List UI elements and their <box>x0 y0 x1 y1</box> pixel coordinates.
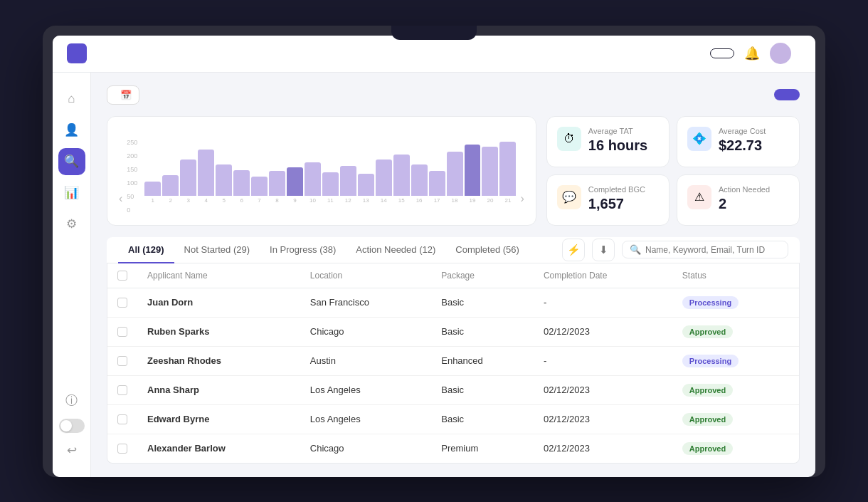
bar-group: 10 <box>305 162 321 204</box>
bar <box>180 160 196 195</box>
calendar-icon: 📅 <box>120 90 132 100</box>
tabs-row: All (129) Not Started (29) In Progress (… <box>107 237 800 263</box>
bar <box>411 164 428 195</box>
bar <box>482 147 498 195</box>
action-needed-label: Action Needed <box>719 185 770 194</box>
applicant-location: Los Angeles <box>300 375 431 404</box>
bar-label: 1 <box>152 197 154 204</box>
bar <box>447 152 463 195</box>
sidebar-item-home[interactable]: ⌂ <box>58 85 85 113</box>
bar-label: 7 <box>258 197 260 204</box>
sidebar-item-search[interactable]: 🔍 <box>58 148 85 175</box>
tab-not-started[interactable]: Not Started (29) <box>174 237 260 263</box>
avatar <box>770 43 791 64</box>
bar-label: 15 <box>398 197 405 204</box>
bar-group: 19 <box>465 145 481 204</box>
sidebar-item-settings[interactable]: ⚙ <box>58 211 85 238</box>
add-candidate-button[interactable] <box>774 89 800 100</box>
tab-in-progress[interactable]: In Progress (38) <box>260 237 346 263</box>
content-header: 📅 <box>107 85 800 105</box>
applicant-location: Austin <box>300 346 431 375</box>
row-checkbox[interactable] <box>117 444 127 454</box>
bar <box>287 167 303 196</box>
bar-group: 9 <box>287 167 303 204</box>
row-checkbox[interactable] <box>117 356 127 366</box>
status-cell: Approved <box>672 404 799 434</box>
notification-icon[interactable]: 🔔 <box>744 46 760 61</box>
row-checkbox[interactable] <box>117 298 127 308</box>
tat-icon: ⏱ <box>557 127 581 151</box>
bar <box>269 171 285 195</box>
select-all-checkbox[interactable] <box>117 271 127 281</box>
bar-label: 18 <box>452 197 458 204</box>
bar <box>144 182 161 196</box>
row-checkbox[interactable] <box>117 327 127 337</box>
bar-group: 14 <box>376 160 392 203</box>
upgrade-button[interactable] <box>710 48 734 58</box>
row-checkbox[interactable] <box>117 385 127 395</box>
days-filter[interactable]: 📅 <box>107 85 139 105</box>
applicant-name: Alexander Barlow <box>137 434 300 463</box>
chart-prev-icon[interactable]: ‹ <box>119 192 122 205</box>
bar <box>251 177 268 196</box>
completion-date: 02/12/2023 <box>534 434 672 463</box>
bar <box>322 172 339 195</box>
topbar: 🔔 <box>53 36 815 73</box>
bar-group: 17 <box>429 171 445 203</box>
applicant-location: Chicago <box>300 317 431 346</box>
bar-label: 21 <box>504 197 511 204</box>
bar <box>216 164 232 195</box>
filter-icon-btn[interactable]: ⚡ <box>562 239 585 261</box>
applicant-name: Anna Sharp <box>137 375 300 404</box>
bar-group: 13 <box>358 174 374 204</box>
bar-group: 5 <box>216 164 232 203</box>
candidates-table: Applicant Name Location Package Completi… <box>107 263 800 464</box>
sidebar-bottom: ⓘ ↩ <box>58 387 85 464</box>
bar-group: 21 <box>499 142 516 204</box>
action-needed-icon: ⚠ <box>687 185 711 209</box>
stat-card-avg-cost: 💠 Average Cost $22.73 <box>677 116 800 167</box>
row-checkbox[interactable] <box>117 414 127 424</box>
table-row: Anna Sharp Los Angeles Basic 02/12/2023 … <box>107 375 799 404</box>
bar-label: 5 <box>222 197 225 204</box>
bar-group: 20 <box>482 147 498 203</box>
bar <box>305 162 321 196</box>
status-badge: Processing <box>682 355 739 367</box>
applicant-name: Ruben Sparks <box>137 317 300 346</box>
toggle-knob <box>60 420 72 432</box>
action-needed-value: 2 <box>719 196 770 212</box>
bar <box>429 171 445 195</box>
applicant-name: Zeeshan Rhodes <box>137 346 300 375</box>
sidebar-item-logout[interactable]: ↩ <box>58 437 85 464</box>
bar <box>376 160 392 195</box>
search-input-wrap: 🔍 <box>622 241 788 258</box>
download-icon-btn[interactable]: ⬇ <box>592 239 615 261</box>
bar-label: 16 <box>416 197 423 204</box>
chart-next-icon[interactable]: › <box>521 192 524 205</box>
sidebar-item-chart[interactable]: 📊 <box>58 179 85 206</box>
bar-group: 7 <box>251 177 268 204</box>
status-badge: Processing <box>682 296 739 309</box>
col-applicant-name: Applicant Name <box>137 263 300 288</box>
bar-label: 3 <box>187 197 190 204</box>
bar <box>198 150 214 196</box>
completion-date: - <box>534 346 672 375</box>
bar-group: 12 <box>340 166 356 203</box>
sidebar-item-briefcase[interactable]: 👤 <box>58 117 85 144</box>
cost-icon: 💠 <box>687 127 711 151</box>
tab-action-needed[interactable]: Action Needed (12) <box>346 237 445 263</box>
sidebar-toggle[interactable] <box>59 419 85 433</box>
search-input[interactable] <box>645 245 780 255</box>
table-row: Alexander Barlow Chicago Premium 02/12/2… <box>107 434 799 463</box>
col-status: Status <box>672 263 799 288</box>
applicant-location: Chicago <box>300 434 431 463</box>
status-badge: Approved <box>682 442 733 455</box>
topbar-logo <box>67 43 87 63</box>
bar-label: 2 <box>169 197 172 204</box>
col-location: Location <box>300 263 431 288</box>
sidebar-item-info[interactable]: ⓘ <box>58 387 85 414</box>
stats-row: ‹ 250 200 150 100 50 0 12345678910111213… <box>107 116 800 226</box>
bar <box>393 155 410 196</box>
tab-all[interactable]: All (129) <box>118 237 174 263</box>
tab-completed[interactable]: Completed (56) <box>445 237 529 263</box>
